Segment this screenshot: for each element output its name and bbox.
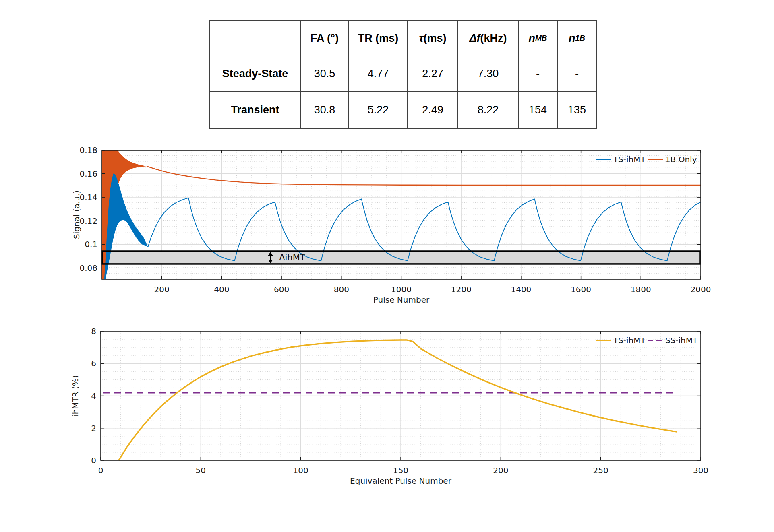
y-tick-label: 2	[91, 423, 96, 433]
x-tick-label: 100	[293, 466, 308, 475]
x-tick-label: 200	[493, 466, 508, 475]
x-tick-label: 250	[593, 466, 608, 475]
y-tick-label: 4	[91, 391, 96, 401]
figure-canvas: FA (°)TR (ms)τ (ms)Δf (kHz)nMBn1BSteady-…	[0, 0, 774, 532]
x-tick-label: 300	[693, 466, 708, 475]
x-axis-label: Equivalent Pulse Number	[350, 476, 452, 486]
y-tick-label: 6	[91, 359, 96, 368]
y-axis-label: ihMTR (%)	[70, 375, 80, 417]
ihmtr-plot: 05010015020025030002468Equivalent Pulse …	[0, 0, 774, 532]
legend-label: SS-ihMT	[665, 336, 698, 345]
y-tick-label: 8	[91, 326, 96, 336]
x-tick-label: 50	[196, 466, 206, 475]
y-tick-label: 0	[91, 456, 96, 465]
legend-label: TS-ihMT	[613, 336, 646, 345]
x-tick-label: 150	[393, 466, 408, 475]
x-tick-label: 0	[98, 466, 103, 475]
